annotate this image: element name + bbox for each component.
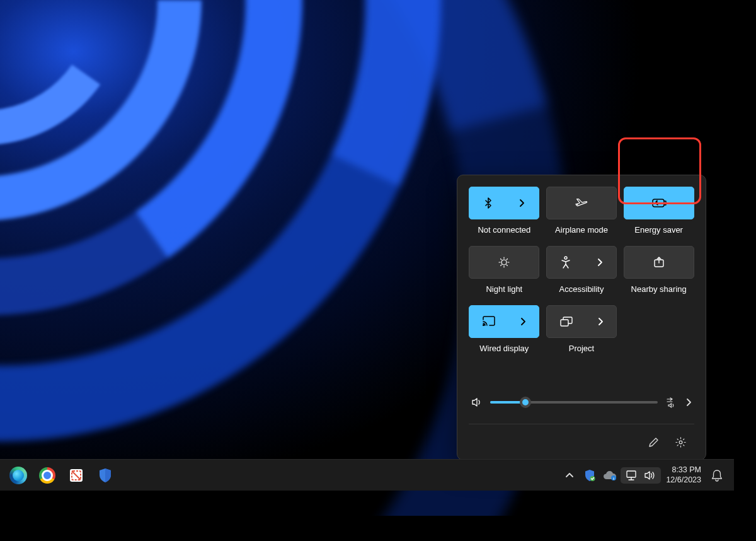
bluetooth-label: Not connected	[478, 225, 530, 235]
taskbar: i	[0, 459, 734, 491]
quick-settings-grid: Not connected Airplane mode	[469, 187, 694, 361]
edge-app-icon[interactable]	[5, 462, 32, 489]
tile-wired-display: Wired display	[469, 305, 540, 353]
energy-saver-icon	[651, 197, 667, 209]
energy-saver-label: Energy saver	[634, 225, 683, 235]
tile-night-light: Night light	[469, 246, 540, 294]
tile-airplane: Airplane mode	[546, 187, 617, 235]
chevron-right-icon	[597, 258, 603, 267]
tile-accessibility: Accessibility	[546, 246, 617, 294]
windows-security-icon[interactable]	[92, 462, 118, 489]
nearby-sharing-icon	[653, 256, 665, 269]
taskbar-right: i	[560, 462, 728, 489]
chevron-right-icon	[518, 199, 525, 207]
clock-time: 8:33 PM	[672, 465, 701, 475]
chrome-app-icon[interactable]	[34, 462, 60, 489]
project-label: Project	[569, 344, 594, 353]
svg-point-4	[483, 325, 484, 326]
svg-rect-0	[653, 199, 664, 207]
desktop-wallpaper[interactable]: Evaluation copy. Build 26002.rs_prerelea…	[0, 0, 734, 516]
tray-overflow-button[interactable]	[560, 462, 579, 489]
tile-project: Project	[546, 305, 617, 353]
notifications-button[interactable]	[706, 462, 728, 489]
nearby-sharing-button[interactable]	[624, 246, 694, 279]
tile-bluetooth: Not connected	[469, 187, 540, 235]
project-icon	[559, 316, 573, 327]
bluetooth-button[interactable]	[469, 187, 539, 219]
speaker-low-icon[interactable]	[471, 397, 483, 408]
onedrive-tray-icon[interactable]: i	[600, 462, 619, 489]
svg-point-2	[564, 257, 567, 259]
volume-icon	[644, 470, 656, 481]
svg-rect-6	[561, 320, 568, 326]
audio-output-icon[interactable]	[665, 396, 678, 409]
clock-date: 12/6/2023	[666, 475, 701, 486]
airplane-label: Airplane mode	[555, 225, 608, 235]
accessibility-button[interactable]	[546, 246, 617, 279]
accessibility-label: Accessibility	[559, 284, 604, 294]
wired-display-label: Wired display	[479, 344, 529, 353]
night-light-icon	[498, 256, 510, 269]
night-light-button[interactable]	[469, 246, 539, 279]
snipping-tool-icon[interactable]	[63, 462, 89, 489]
taskbar-clock[interactable]: 8:33 PM 12/6/2023	[662, 465, 705, 485]
project-button[interactable]	[546, 305, 617, 338]
settings-button[interactable]	[669, 431, 692, 453]
svg-rect-13	[627, 471, 636, 477]
energy-saver-button[interactable]	[624, 187, 694, 219]
tile-energy-saver: Energy saver	[623, 187, 694, 235]
wired-display-button[interactable]	[469, 305, 539, 338]
chevron-right-icon	[597, 317, 604, 326]
nearby-sharing-label: Nearby sharing	[631, 284, 687, 294]
network-volume-tray[interactable]	[621, 467, 661, 484]
svg-point-1	[501, 260, 507, 265]
airplane-icon	[575, 196, 588, 210]
taskbar-left	[5, 462, 118, 489]
network-icon	[626, 470, 638, 481]
svg-point-7	[679, 441, 682, 444]
accessibility-icon	[560, 256, 571, 269]
airplane-mode-button[interactable]	[546, 187, 617, 219]
cast-icon	[482, 316, 496, 327]
tile-nearby-sharing: Nearby sharing	[623, 246, 694, 294]
edit-quick-settings-button[interactable]	[643, 431, 665, 453]
quick-settings-panel: Not connected Airplane mode	[457, 175, 706, 460]
quick-settings-footer	[469, 424, 694, 460]
chevron-right-icon[interactable]	[685, 398, 692, 407]
system-tray: i	[560, 462, 728, 489]
volume-row	[469, 392, 694, 412]
chevron-right-icon	[520, 317, 526, 326]
volume-slider[interactable]	[490, 401, 658, 404]
windows-security-tray-icon[interactable]	[580, 462, 599, 489]
bluetooth-icon	[483, 197, 493, 209]
night-light-label: Night light	[486, 284, 522, 294]
